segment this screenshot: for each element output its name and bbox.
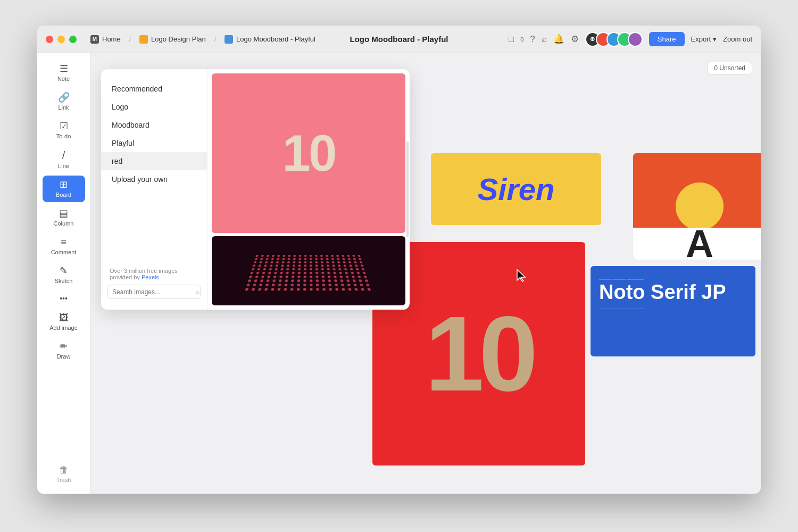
- image-panel: Recommended Logo Moodboard Playful red U…: [101, 69, 410, 310]
- home-icon: M: [90, 35, 99, 44]
- note-icon: ☰: [60, 64, 68, 73]
- sidebar-item-line[interactable]: / Line: [43, 146, 85, 173]
- zoom-out-button[interactable]: Zoom out: [723, 35, 752, 43]
- panel-menu-upload[interactable]: Upload your own: [101, 170, 207, 188]
- maximize-button[interactable]: [69, 36, 77, 43]
- panel-menu-moodboard[interactable]: Moodboard: [101, 116, 207, 134]
- sidebar-item-column[interactable]: ▤ Column: [43, 204, 85, 231]
- panel-footer: Over 3 million free images provided by P…: [101, 261, 207, 285]
- pexels-link[interactable]: Pexels: [142, 274, 159, 280]
- sidebar-item-add-image[interactable]: 🖼 Add image: [43, 309, 85, 335]
- tab-moodboard[interactable]: Logo Moodboard - Playful: [219, 33, 321, 46]
- window-title: Logo Moodboard - Playful: [350, 35, 448, 44]
- titlebar: M Home / Logo Design Plan / Logo Moodboa…: [37, 26, 761, 53]
- sidebar: ☰ Note 🔗 Link ☑ To-do / Line ⊞ Board ▤ C…: [37, 53, 90, 494]
- share-button[interactable]: Share: [649, 32, 685, 46]
- more-icon: •••: [60, 295, 68, 302]
- sidebar-item-link[interactable]: 🔗 Link: [43, 88, 85, 115]
- tab-logo-plan-label: Logo Design Plan: [151, 35, 206, 43]
- search-icon[interactable]: ⌕: [542, 34, 547, 45]
- image-card-pink[interactable]: 10: [212, 73, 405, 233]
- sidebar-label-link: Link: [58, 104, 69, 111]
- breadcrumb-sep-2: /: [214, 36, 216, 43]
- export-label: Export: [691, 35, 711, 43]
- tab-logo-plan[interactable]: Logo Design Plan: [134, 33, 211, 46]
- sidebar-item-sketch[interactable]: ✎ Sketch: [43, 262, 85, 288]
- line-icon: /: [62, 150, 65, 161]
- sidebar-label-note: Note: [57, 76, 70, 82]
- column-icon: ▤: [59, 209, 68, 218]
- cursor: [516, 269, 527, 282]
- link-icon: 🔗: [58, 93, 70, 102]
- notification-icon[interactable]: 🔔: [553, 34, 564, 45]
- sidebar-label-column: Column: [54, 220, 74, 227]
- sidebar-item-more[interactable]: •••: [43, 290, 85, 306]
- sidebar-item-todo[interactable]: ☑ To-do: [43, 117, 85, 144]
- big-letter-a: A: [686, 225, 713, 260]
- nav-tabs: M Home / Logo Design Plan / Logo Moodboa…: [85, 33, 321, 46]
- sidebar-label-comment: Comment: [51, 249, 77, 255]
- dots-pattern: // Generate dots for(let i=0; i<200; i++…: [245, 255, 372, 290]
- red-number: 10: [425, 301, 533, 407]
- search-box[interactable]: ⌕: [107, 285, 201, 299]
- sidebar-item-draw[interactable]: ✏ Draw: [43, 337, 85, 364]
- white-area: A: [633, 228, 761, 260]
- siren-card[interactable]: Siren: [431, 153, 601, 225]
- device-icon[interactable]: □: [509, 34, 514, 45]
- todo-icon: ☑: [60, 121, 68, 131]
- sidebar-item-note[interactable]: ☰ Note: [43, 60, 85, 86]
- scrollbar[interactable]: [406, 142, 409, 238]
- panel-menu-logo[interactable]: Logo: [101, 98, 207, 116]
- blue-card[interactable]: ——— ——— ———— Noto Serif JP ——— ——— ————: [591, 266, 755, 356]
- board-icon: ⊞: [60, 180, 68, 189]
- sketch-icon: ✎: [60, 266, 68, 276]
- draw-icon: ✏: [60, 342, 68, 351]
- sidebar-label-board: Board: [56, 192, 71, 198]
- blue-card-footer: ——— ——— ————: [599, 306, 747, 311]
- unsorted-badge: 0 Unsorted: [707, 62, 752, 74]
- panel-menu-playful[interactable]: Playful: [101, 134, 207, 152]
- device-count: 0: [520, 36, 523, 43]
- logo-plan-icon: [139, 35, 148, 44]
- image-card-dots[interactable]: // Generate dots for(let i=0; i<200; i++…: [212, 236, 405, 305]
- settings-icon[interactable]: ⚙: [571, 34, 579, 45]
- sidebar-label-sketch: Sketch: [55, 278, 73, 284]
- breadcrumb-sep-1: /: [129, 36, 131, 43]
- panel-menu-red[interactable]: red: [101, 152, 207, 170]
- trash-icon: 🗑: [59, 465, 69, 475]
- sidebar-item-board[interactable]: ⊞ Board: [43, 176, 85, 202]
- sidebar-item-comment[interactable]: ≡ Comment: [43, 233, 85, 260]
- titlebar-right: □ 0 ? ⌕ 🔔 ⚙ ⊕ Share Export ▾ Zoom out: [509, 32, 752, 47]
- sidebar-label-add-image: Add image: [49, 325, 78, 331]
- help-icon[interactable]: ?: [530, 34, 535, 45]
- tab-home-label: Home: [102, 35, 121, 43]
- window-controls: [46, 36, 77, 43]
- siren-text: Siren: [477, 171, 554, 207]
- sidebar-label-todo: To-do: [56, 133, 71, 139]
- sidebar-label-line: Line: [58, 163, 69, 169]
- comment-icon: ≡: [61, 237, 66, 247]
- tab-home[interactable]: M Home: [85, 33, 126, 46]
- close-button[interactable]: [46, 36, 53, 43]
- main-area: ☰ Note 🔗 Link ☑ To-do / Line ⊞ Board ▤ C…: [37, 53, 761, 494]
- avatar-stack: ⊕: [585, 32, 643, 47]
- orange-card[interactable]: A: [633, 153, 761, 260]
- minimize-button[interactable]: [57, 36, 65, 43]
- noto-text: Noto Serif JP: [599, 281, 747, 304]
- canvas-area[interactable]: 0 Unsorted Recommended Logo Moodboard Pl…: [90, 53, 761, 494]
- export-button[interactable]: Export ▾: [691, 35, 717, 43]
- panel-menu-recommended[interactable]: Recommended: [101, 80, 207, 98]
- search-icon: ⌕: [195, 288, 200, 296]
- export-chevron: ▾: [713, 35, 717, 43]
- sidebar-label-draw: Draw: [57, 353, 71, 360]
- sidebar-item-trash[interactable]: 🗑 Trash: [43, 461, 85, 487]
- search-input[interactable]: [112, 288, 192, 296]
- add-image-icon: 🖼: [59, 313, 69, 322]
- tab-moodboard-label: Logo Moodboard - Playful: [236, 35, 315, 43]
- panel-images[interactable]: 10 // Generate dots for(let i=0; i<200; …: [207, 69, 410, 310]
- panel-sidebar: Recommended Logo Moodboard Playful red U…: [101, 69, 207, 310]
- pink-number: 10: [282, 124, 335, 182]
- avatar-5: [628, 32, 643, 47]
- sidebar-label-trash: Trash: [56, 477, 71, 483]
- moodboard-icon: [225, 35, 233, 44]
